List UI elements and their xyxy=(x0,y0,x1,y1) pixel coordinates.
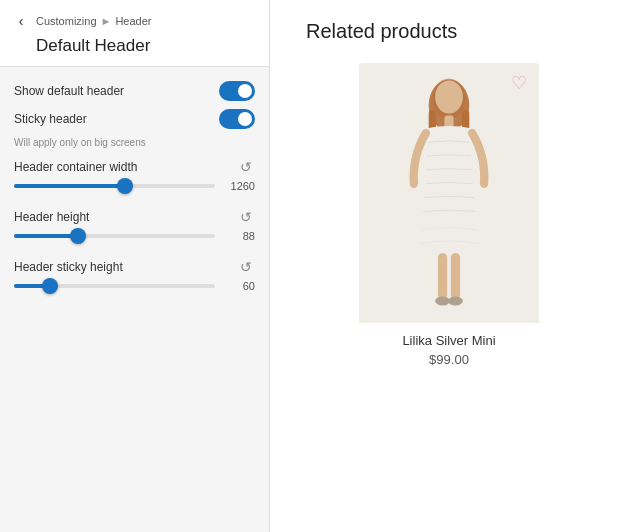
sticky-header-slider xyxy=(219,109,255,129)
header-height-track[interactable] xyxy=(14,234,215,238)
sticky-header-row: Sticky header xyxy=(14,109,255,129)
header-height-header: Header height ↺ xyxy=(14,208,255,226)
wishlist-button[interactable]: ♡ xyxy=(507,71,531,95)
header-height-fill xyxy=(14,234,78,238)
sticky-height-track[interactable] xyxy=(14,284,215,288)
container-width-value: 1260 xyxy=(223,180,255,192)
header-height-section: Header height ↺ 88 xyxy=(14,208,255,242)
sticky-height-header: Header sticky height ↺ xyxy=(14,258,255,276)
container-width-label: Header container width xyxy=(14,160,137,174)
panel-title: Default Header xyxy=(10,36,255,56)
sticky-header-label: Sticky header xyxy=(14,112,87,126)
product-name: Lilika Silver Mini xyxy=(369,333,529,348)
header-height-label: Header height xyxy=(14,210,89,224)
preview-panel: Related products ♡ xyxy=(270,0,628,532)
header-height-row: 88 xyxy=(14,230,255,242)
svg-rect-6 xyxy=(438,253,447,299)
svg-point-8 xyxy=(435,296,450,305)
show-header-toggle[interactable] xyxy=(219,81,255,101)
container-width-section: Header container width ↺ 1260 xyxy=(14,158,255,192)
container-width-row: 1260 xyxy=(14,180,255,192)
svg-point-4 xyxy=(435,80,463,113)
breadcrumb-customizing: Customizing xyxy=(36,15,97,27)
sticky-header-toggle[interactable] xyxy=(219,109,255,129)
sticky-height-reset[interactable]: ↺ xyxy=(237,258,255,276)
panel-content: Show default header Sticky header Will a… xyxy=(0,67,269,532)
svg-point-9 xyxy=(448,296,463,305)
header-height-thumb[interactable] xyxy=(70,228,86,244)
show-header-label: Show default header xyxy=(14,84,124,98)
sticky-header-note: Will apply only on big screens xyxy=(14,137,255,148)
product-image-area: ♡ xyxy=(359,63,539,323)
header-height-value: 88 xyxy=(223,230,255,242)
section-title: Related products xyxy=(286,20,457,43)
product-card: ♡ xyxy=(359,63,539,381)
show-header-slider xyxy=(219,81,255,101)
container-width-track[interactable] xyxy=(14,184,215,188)
sticky-height-row: 60 xyxy=(14,280,255,292)
show-header-row: Show default header xyxy=(14,81,255,101)
product-info: Lilika Silver Mini $99.00 xyxy=(359,323,539,381)
sticky-height-section: Header sticky height ↺ 60 xyxy=(14,258,255,292)
svg-rect-7 xyxy=(451,253,460,299)
header-height-reset[interactable]: ↺ xyxy=(237,208,255,226)
product-image xyxy=(389,73,509,313)
breadcrumb-separator: ► xyxy=(101,15,112,27)
sticky-height-value: 60 xyxy=(223,280,255,292)
back-button[interactable]: ‹ xyxy=(10,10,32,32)
container-width-reset[interactable]: ↺ xyxy=(237,158,255,176)
breadcrumb: ‹ Customizing ► Header xyxy=(10,10,255,32)
breadcrumb-section: Header xyxy=(115,15,151,27)
product-price: $99.00 xyxy=(369,352,529,367)
container-width-header: Header container width ↺ xyxy=(14,158,255,176)
container-width-thumb[interactable] xyxy=(117,178,133,194)
customizer-panel: ‹ Customizing ► Header Default Header Sh… xyxy=(0,0,270,532)
container-width-fill xyxy=(14,184,125,188)
panel-header: ‹ Customizing ► Header Default Header xyxy=(0,0,269,67)
sticky-height-label: Header sticky height xyxy=(14,260,123,274)
sticky-height-thumb[interactable] xyxy=(42,278,58,294)
